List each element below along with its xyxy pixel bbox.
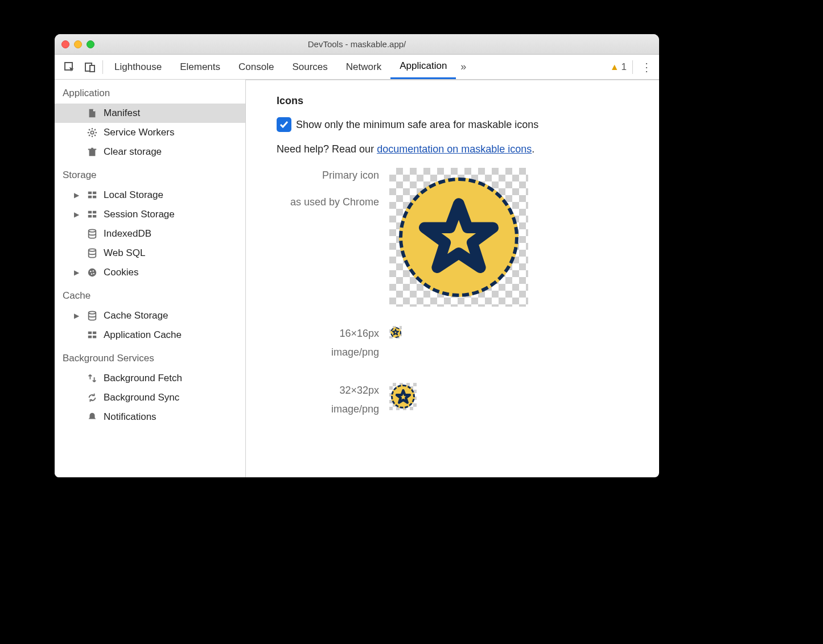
grid-icon	[87, 209, 98, 220]
sidebar-item-label: Service Workers	[104, 127, 174, 138]
sidebar-item-label: Web SQL	[104, 247, 145, 259]
svg-rect-8	[88, 211, 92, 214]
sidebar-item-application-cache[interactable]: Application Cache	[55, 325, 245, 345]
sidebar-item-cache-storage[interactable]: ▶Cache Storage	[55, 306, 245, 325]
svg-point-19	[89, 311, 96, 314]
sidebar-item-background-sync[interactable]: Background Sync	[55, 388, 245, 407]
svg-point-15	[90, 271, 91, 272]
svg-rect-6	[88, 196, 92, 199]
devtools-window: DevTools - maskable.app/ LighthouseEleme…	[55, 34, 659, 477]
sidebar-item-label: IndexedDB	[104, 228, 151, 240]
more-tabs-icon[interactable]: »	[460, 61, 466, 73]
icon-preview	[389, 383, 417, 410]
tab-lighthouse[interactable]: Lighthouse	[105, 55, 171, 79]
window-minimize-button[interactable]	[74, 40, 82, 48]
svg-point-14	[88, 269, 96, 276]
svg-point-16	[93, 270, 94, 271]
warnings-badge[interactable]: ▲ 1	[610, 61, 627, 73]
bell-icon	[87, 412, 98, 422]
warning-icon: ▲	[610, 62, 619, 72]
icon-size-label: 16×16pximage/png	[277, 326, 379, 364]
titlebar: DevTools - maskable.app/	[55, 34, 659, 55]
tab-application[interactable]: Application	[390, 55, 456, 79]
checkbox-label: Show only the minimum safe area for mask…	[296, 119, 538, 131]
primary-icon-label: Primary icon as used by Chrome	[277, 168, 379, 210]
sidebar-group-application: Application	[55, 80, 245, 104]
sidebar-item-label: Session Storage	[104, 209, 175, 220]
sidebar-item-label: Notifications	[104, 411, 157, 423]
svg-marker-26	[396, 390, 409, 403]
svg-rect-4	[88, 192, 92, 195]
sidebar-item-label: Cookies	[104, 267, 138, 278]
svg-point-17	[91, 274, 92, 275]
tab-elements[interactable]: Elements	[171, 55, 229, 79]
sidebar-item-label: Application Cache	[104, 329, 182, 341]
sidebar-item-clear-storage[interactable]: Clear storage	[55, 142, 245, 162]
section-heading: Icons	[277, 95, 659, 107]
svg-marker-24	[425, 204, 493, 267]
sidebar-item-web-sql[interactable]: Web SQL	[55, 243, 245, 263]
icon-preview	[389, 326, 402, 338]
window-close-button[interactable]	[61, 40, 69, 48]
svg-rect-9	[93, 211, 96, 214]
grid-icon	[87, 190, 98, 200]
tab-sources[interactable]: Sources	[283, 55, 336, 79]
trash-icon	[87, 147, 98, 157]
tab-console[interactable]: Console	[229, 55, 283, 79]
cookie-icon	[87, 267, 98, 278]
toolbar-separator	[632, 60, 633, 74]
safe-area-checkbox[interactable]	[277, 117, 291, 132]
sidebar-item-local-storage[interactable]: ▶Local Storage	[55, 185, 245, 205]
expand-arrow-icon: ▶	[74, 269, 81, 276]
svg-point-13	[89, 249, 96, 251]
sidebar-item-manifest[interactable]: Manifest	[55, 104, 245, 123]
device-toolbar-icon[interactable]	[80, 61, 100, 73]
file-icon	[87, 108, 98, 118]
db-icon	[87, 229, 98, 239]
db-icon	[87, 248, 98, 258]
svg-point-12	[89, 229, 96, 232]
sidebar-item-label: Background Sync	[104, 392, 179, 403]
sync-icon	[87, 393, 98, 403]
svg-rect-10	[88, 215, 92, 218]
svg-rect-5	[93, 192, 96, 195]
window-title: DevTools - maskable.app/	[55, 39, 659, 49]
toolbar-separator	[102, 60, 103, 74]
svg-rect-23	[93, 336, 96, 338]
svg-point-3	[90, 131, 93, 134]
devtools-toolbar: LighthouseElementsConsoleSourcesNetworkA…	[55, 55, 659, 80]
manifest-panel: Icons Show only the minimum safe area fo…	[246, 80, 659, 477]
expand-arrow-icon: ▶	[74, 312, 81, 320]
sidebar-item-background-fetch[interactable]: Background Fetch	[55, 369, 245, 388]
sidebar-item-service-workers[interactable]: Service Workers	[55, 123, 245, 142]
inspect-element-icon[interactable]	[59, 61, 80, 73]
sidebar-item-notifications[interactable]: Notifications	[55, 407, 245, 427]
svg-rect-21	[93, 332, 96, 335]
sidebar-item-session-storage[interactable]: ▶Session Storage	[55, 205, 245, 224]
tab-network[interactable]: Network	[337, 55, 390, 79]
sidebar-item-indexeddb[interactable]: IndexedDB	[55, 224, 245, 243]
sidebar-item-label: Manifest	[104, 108, 140, 119]
sidebar-group-background-services: Background Services	[55, 345, 245, 369]
sidebar-group-storage: Storage	[55, 162, 245, 185]
sidebar-group-cache: Cache	[55, 282, 245, 306]
grid-icon	[87, 330, 98, 340]
gear-icon	[87, 127, 98, 138]
sidebar-item-label: Local Storage	[104, 189, 163, 201]
svg-rect-7	[93, 196, 96, 199]
db-icon	[87, 311, 98, 321]
svg-rect-2	[90, 65, 94, 72]
documentation-link[interactable]: documentation on maskable icons	[377, 143, 532, 155]
svg-rect-20	[88, 332, 92, 335]
svg-rect-22	[88, 336, 92, 338]
window-zoom-button[interactable]	[87, 40, 94, 48]
primary-icon-preview	[389, 168, 528, 307]
help-text: Need help? Read our documentation on mas…	[277, 143, 659, 155]
application-sidebar: ApplicationManifestService WorkersClear …	[55, 80, 246, 477]
sidebar-item-cookies[interactable]: ▶Cookies	[55, 263, 245, 282]
settings-menu-icon[interactable]: ⋮	[634, 60, 659, 74]
svg-rect-11	[93, 215, 96, 218]
expand-arrow-icon: ▶	[74, 191, 81, 199]
fetch-icon	[87, 373, 98, 383]
sidebar-item-label: Clear storage	[104, 146, 162, 158]
